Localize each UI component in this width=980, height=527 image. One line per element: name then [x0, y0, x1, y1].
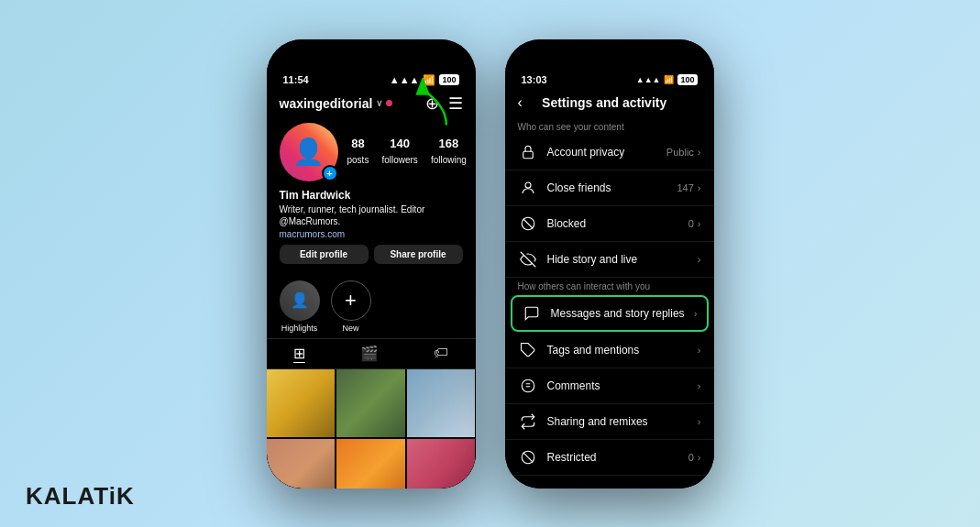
- highlight-circle: 👤: [280, 280, 320, 321]
- hide-story-text: Hide story and live: [547, 253, 694, 266]
- messages-chevron: ›: [694, 308, 698, 319]
- status-time-1: 11:54: [283, 74, 309, 85]
- settings-header: ‹ Settings and activity: [505, 89, 714, 118]
- new-highlight-icon: +: [331, 280, 371, 321]
- back-button[interactable]: ‹: [518, 94, 523, 111]
- blocked-text: Blocked: [547, 217, 688, 230]
- section1-label: Who can see your content: [505, 118, 714, 135]
- status-time-2: 13:03: [522, 74, 547, 85]
- avatar-add-icon[interactable]: +: [322, 165, 338, 181]
- restricted-text: Restricted: [547, 451, 688, 464]
- tagged-tab[interactable]: 🏷: [434, 345, 448, 363]
- tags-icon: [518, 340, 538, 360]
- dynamic-island: [339, 49, 403, 69]
- chevron-icon: ∨: [376, 98, 382, 108]
- sharing-chevron: ›: [698, 416, 701, 427]
- green-arrow: [412, 78, 457, 133]
- settings-screen: ‹ Settings and activity Who can see your…: [505, 89, 714, 489]
- photo-3[interactable]: [407, 369, 476, 438]
- profile-bio: Writer, runner, tech journalist. Editor …: [280, 203, 463, 227]
- restricted-chevron: ›: [698, 452, 701, 463]
- comments-chevron: ›: [698, 380, 701, 391]
- sharing-item[interactable]: Sharing and remixes ›: [505, 404, 714, 440]
- section2-label: How others can interact with you: [505, 278, 714, 294]
- blocked-value: 0: [688, 218, 694, 229]
- close-friends-chevron: ›: [698, 182, 701, 193]
- username: waxingeditorial ∨: [280, 96, 393, 111]
- reel-tab[interactable]: 🎬: [360, 345, 379, 363]
- restricted-item[interactable]: Restricted 0 ›: [505, 440, 714, 476]
- restricted-icon: [518, 447, 538, 467]
- comments-item[interactable]: Comments ›: [505, 368, 714, 404]
- phone-settings: 13:03 ▲▲▲ 📶 100 ‹ Settings and activity …: [505, 39, 714, 489]
- account-privacy-text: Account privacy: [547, 146, 666, 159]
- posts-stat: 88 posts: [347, 137, 369, 167]
- notification-dot: [386, 100, 392, 106]
- account-privacy-value: Public: [666, 147, 694, 158]
- limited-chevron: ›: [698, 488, 701, 489]
- profile-name: Tim Hardwick: [280, 189, 463, 202]
- svg-line-4: [523, 218, 533, 228]
- svg-point-7: [522, 379, 534, 392]
- messages-icon: [522, 303, 542, 324]
- close-friends-item[interactable]: Close friends 147 ›: [505, 170, 714, 206]
- hide-story-item[interactable]: Hide story and live ›: [505, 242, 714, 278]
- sharing-text: Sharing and remixes: [547, 415, 698, 428]
- comments-icon: [518, 376, 538, 396]
- tags-item[interactable]: Tags and mentions ›: [505, 333, 714, 368]
- blocked-icon: [518, 214, 538, 234]
- svg-rect-1: [523, 151, 533, 159]
- profile-screen: waxingeditorial ∨ ⊕ ☰ 👤 +: [267, 90, 476, 489]
- restricted-value: 0: [688, 452, 694, 463]
- edit-profile-button[interactable]: Edit profile: [280, 245, 369, 264]
- hide-story-chevron: ›: [698, 254, 701, 265]
- svg-point-2: [525, 182, 531, 188]
- account-privacy-chevron: ›: [698, 147, 701, 158]
- comments-text: Comments: [547, 379, 698, 392]
- hide-story-icon: [518, 249, 538, 269]
- photo-5[interactable]: [336, 439, 405, 488]
- messages-item[interactable]: Messages and story replies ›: [511, 295, 709, 332]
- lock-icon: [518, 142, 538, 162]
- photo-1[interactable]: [267, 369, 336, 438]
- close-friends-text: Close friends: [547, 181, 677, 194]
- photo-2[interactable]: [336, 369, 405, 438]
- avatar: 👤 +: [280, 123, 338, 181]
- photo-4[interactable]: [267, 439, 336, 488]
- tags-text: Tags and mentions: [547, 344, 698, 357]
- stats-container: 88 posts 140 followers 168 following: [347, 137, 467, 167]
- limited-icon: [518, 483, 538, 489]
- account-privacy-item[interactable]: Account privacy Public ›: [505, 135, 714, 170]
- limited-text: Limited interactions: [547, 487, 698, 489]
- highlights-item[interactable]: 👤 Highlights: [280, 280, 320, 333]
- close-friends-value: 147: [677, 182, 693, 193]
- dynamic-island-2: [578, 49, 642, 69]
- close-friends-icon: [518, 178, 538, 198]
- tags-chevron: ›: [698, 345, 701, 356]
- limited-item[interactable]: Limited interactions ›: [505, 476, 714, 489]
- blocked-item[interactable]: Blocked 0 ›: [505, 206, 714, 242]
- share-profile-button[interactable]: Share profile: [374, 245, 463, 264]
- highlights-row: 👤 Highlights + New: [267, 277, 476, 338]
- grid-tabs: ⊞ 🎬 🏷: [267, 338, 476, 369]
- phone-profile: 11:54 ▲▲▲ 📶 100 waxingeditorial ∨: [267, 39, 476, 489]
- sharing-icon: [518, 412, 538, 432]
- settings-title: Settings and activity: [530, 95, 679, 110]
- following-stat: 168 following: [431, 137, 467, 167]
- followers-stat: 140 followers: [381, 137, 417, 167]
- profile-link[interactable]: macrumors.com: [280, 229, 463, 239]
- svg-line-11: [523, 452, 533, 462]
- profile-buttons: Edit profile Share profile: [280, 245, 463, 264]
- new-highlight-item[interactable]: + New: [331, 280, 371, 333]
- svg-point-12: [522, 487, 534, 489]
- watermark: KALATiK: [26, 482, 135, 511]
- photo-6[interactable]: [407, 439, 476, 488]
- blocked-chevron: ›: [698, 218, 701, 229]
- messages-text: Messages and story replies: [551, 307, 694, 320]
- grid-tab[interactable]: ⊞: [293, 345, 305, 363]
- status-icons-2: ▲▲▲ 📶 100: [636, 74, 698, 85]
- photo-grid: [267, 369, 476, 489]
